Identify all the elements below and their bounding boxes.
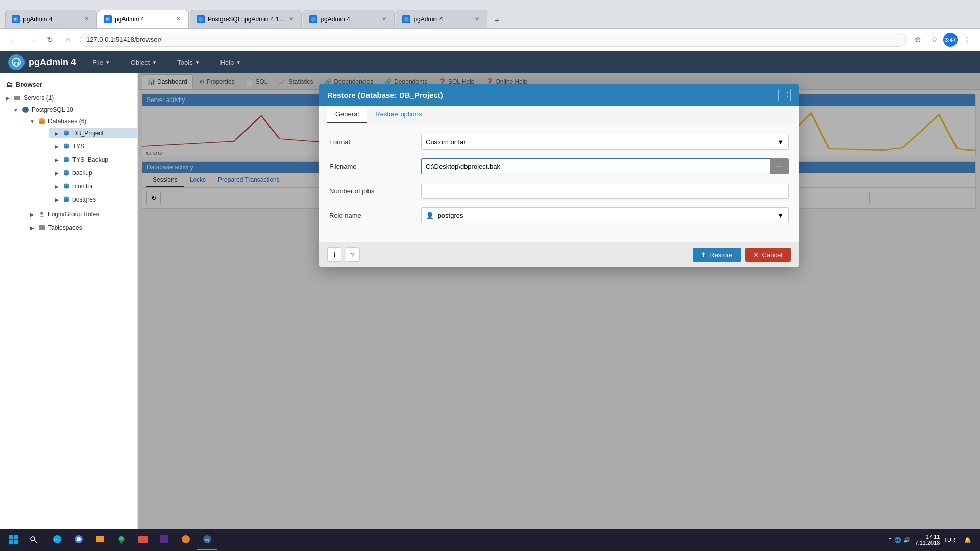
help-menu-arrow: ▼ [236, 60, 241, 65]
taskbar-clock: 17:11 7.11.2018 [915, 534, 940, 546]
tab3-favicon [197, 15, 205, 23]
back-button[interactable]: ← [6, 33, 20, 47]
modal-footer: ℹ ? ⬆ Restore ✕ Cancel [319, 242, 799, 267]
taskbar-apps: e pg [47, 530, 217, 550]
svg-rect-43 [9, 540, 13, 544]
taskbar-search-button[interactable] [24, 531, 43, 549]
tree-row-dbproject[interactable]: ▶ DB_Project [49, 128, 137, 138]
help-menu[interactable]: Help ▼ [216, 57, 246, 68]
tab1-close[interactable]: ✕ [82, 15, 90, 23]
svg-rect-42 [14, 535, 18, 539]
role-row: Role name 👤 postgres ▼ [329, 207, 789, 223]
app-header: pg pgAdmin 4 File ▼ Object ▼ Tools ▼ Hel… [0, 51, 980, 73]
modal-maximize-button[interactable]: ⛶ [778, 89, 791, 101]
file-menu[interactable]: File ▼ [88, 57, 114, 68]
info-button[interactable]: ℹ [327, 247, 341, 262]
monitor-label: monitor [72, 183, 93, 190]
filename-control: ··· [421, 158, 789, 174]
reload-button[interactable]: ↻ [43, 33, 57, 47]
servers-icon [13, 94, 21, 102]
browser-tab-3[interactable]: PostgreSQL: pgAdmin 4.1... ✕ [190, 10, 302, 28]
main-panel: 📊 Dashboard ⚙ Properties 📄 SQL 📈 Statist… [138, 73, 980, 551]
taskbar-chrome[interactable] [68, 530, 89, 550]
role-value: postgres [438, 212, 463, 219]
tools-menu-arrow: ▼ [195, 60, 200, 65]
new-tab-button[interactable]: + [489, 14, 504, 28]
svg-line-46 [35, 541, 37, 543]
tablespaces-toggle: ▶ [29, 224, 36, 231]
browser-tab-2[interactable]: P pgAdmin 4 ✕ [97, 10, 189, 28]
tree-row-login-roles[interactable]: ▶ Login/Group Roles [24, 209, 137, 219]
taskbar-pgadmin[interactable]: pg [197, 530, 217, 550]
filename-input[interactable] [421, 158, 770, 174]
profile-button[interactable]: 3:47 [943, 33, 958, 47]
modal-tab-restore-options[interactable]: Restore options [367, 106, 430, 123]
role-label: Role name [329, 212, 421, 219]
taskbar-files[interactable] [90, 530, 110, 550]
databases-label: Databases (6) [48, 118, 86, 125]
cancel-button[interactable]: ✕ Cancel [745, 248, 791, 262]
address-bar[interactable]: 127.0.0.1:51418/browser/ [80, 33, 906, 47]
jobs-label: Number of jobs [329, 187, 421, 195]
svg-rect-51 [96, 536, 104, 542]
postgresql-label: PostgreSQL 10 [32, 106, 74, 113]
taskbar-maps[interactable] [111, 530, 132, 550]
browser-tab-5[interactable]: pgAdmin 4 ✕ [396, 10, 487, 28]
sidebar: 🗂 Browser ▶ Servers (1) ▼ PostgreSQL 10 [0, 73, 138, 551]
tree-row-tablespaces[interactable]: ▶ Tablespaces [24, 222, 137, 233]
home-button[interactable]: ⌂ [61, 33, 76, 47]
databases-icon [38, 117, 46, 126]
tab4-close[interactable]: ✕ [380, 15, 388, 23]
tree-row-databases[interactable]: ▼ Databases (6) [24, 116, 137, 127]
tys-toggle: ▶ [53, 143, 60, 150]
format-select[interactable]: Custom or tar ▼ [421, 134, 789, 150]
tree-row-postgresql[interactable]: ▼ PostgreSQL 10 [8, 105, 137, 115]
tree-row-postgres[interactable]: ▶ postgres [49, 194, 137, 205]
help-button[interactable]: ? [346, 247, 360, 262]
role-select[interactable]: 👤 postgres ▼ [421, 207, 789, 223]
taskbar-ie[interactable]: e [47, 530, 67, 550]
tab4-favicon [309, 15, 317, 23]
taskbar-vs[interactable] [154, 530, 175, 550]
postgres-label: postgres [72, 196, 96, 203]
tree-item-databases: ▼ Databases (6) ▶ DB_Project [8, 115, 137, 208]
format-control: Custom or tar ▼ [421, 134, 789, 150]
svg-rect-54 [160, 535, 168, 543]
tree-row-monitor[interactable]: ▶ monitor [49, 181, 137, 191]
dbproject-icon [62, 129, 70, 137]
tree-row-backup[interactable]: ▶ backup [49, 168, 137, 178]
forward-button[interactable]: → [24, 33, 39, 47]
bookmark-icon[interactable]: ☆ [927, 33, 941, 47]
tree-row-servers[interactable]: ▶ Servers (1) [0, 93, 137, 103]
format-value: Custom or tar [426, 138, 466, 146]
maps-icon [115, 533, 128, 545]
browser-tab-1[interactable]: P pgAdmin 4 ✕ [5, 10, 97, 28]
tree-row-tys[interactable]: ▶ TYS [49, 141, 137, 152]
taskbar-firefox[interactable] [176, 530, 196, 550]
tab3-close[interactable]: ✕ [287, 15, 295, 23]
tools-menu[interactable]: Tools ▼ [173, 57, 204, 68]
taskbar-photos[interactable] [133, 530, 153, 550]
jobs-input[interactable] [421, 183, 789, 199]
svg-point-55 [182, 535, 190, 543]
filename-browse-button[interactable]: ··· [770, 158, 789, 174]
notifications-button[interactable]: 🔔 [960, 532, 976, 548]
postgres-toggle: ▶ [53, 196, 60, 203]
tab2-close[interactable]: ✕ [174, 15, 182, 23]
object-menu[interactable]: Object ▼ [127, 57, 161, 68]
modal-body: Format Custom or tar ▼ Filename [319, 123, 799, 242]
restore-button[interactable]: ⬆ Restore [693, 248, 741, 262]
start-button[interactable] [4, 531, 22, 549]
databases-toggle: ▼ [29, 118, 36, 125]
tab5-close[interactable]: ✕ [473, 15, 481, 23]
modal-tab-general[interactable]: General [327, 106, 367, 123]
tree-row-tysbackup[interactable]: ▶ TYS_Backup [49, 155, 137, 165]
help-icon: ? [351, 251, 354, 259]
tysbackup-label: TYS_Backup [72, 156, 108, 163]
translate-icon[interactable]: ⊕ [911, 33, 925, 47]
login-roles-toggle: ▶ [29, 211, 36, 218]
sidebar-title: Browser [16, 81, 42, 88]
menu-icon[interactable]: ⋮ [960, 33, 974, 47]
browser-tab-4[interactable]: pgAdmin 4 ✕ [303, 10, 395, 28]
tray-volume: 🔊 [903, 537, 911, 543]
